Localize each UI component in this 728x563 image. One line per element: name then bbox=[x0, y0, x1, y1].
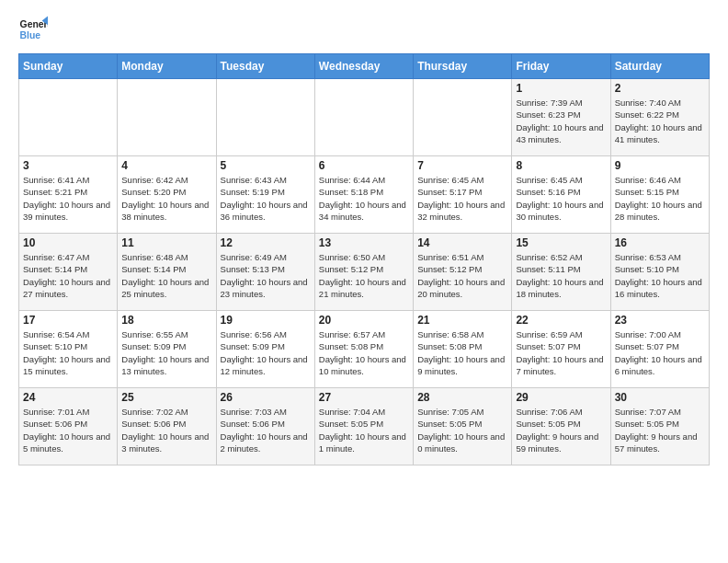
day-info: Sunrise: 6:44 AM Sunset: 5:18 PM Dayligh… bbox=[319, 174, 409, 223]
day-info: Sunrise: 6:50 AM Sunset: 5:12 PM Dayligh… bbox=[319, 251, 409, 300]
calendar-cell: 19Sunrise: 6:56 AM Sunset: 5:09 PM Dayli… bbox=[216, 311, 314, 388]
calendar-cell: 18Sunrise: 6:55 AM Sunset: 5:09 PM Dayli… bbox=[118, 311, 216, 388]
day-info: Sunrise: 6:57 AM Sunset: 5:08 PM Dayligh… bbox=[319, 328, 409, 377]
day-number: 28 bbox=[417, 391, 507, 404]
calendar-cell: 2Sunrise: 7:40 AM Sunset: 6:22 PM Daylig… bbox=[610, 79, 709, 156]
day-info: Sunrise: 6:58 AM Sunset: 5:08 PM Dayligh… bbox=[417, 328, 507, 377]
calendar-cell bbox=[19, 79, 118, 156]
day-number: 24 bbox=[23, 391, 113, 404]
day-number: 9 bbox=[615, 159, 705, 172]
day-info: Sunrise: 6:43 AM Sunset: 5:19 PM Dayligh… bbox=[221, 174, 311, 223]
calendar-cell: 15Sunrise: 6:52 AM Sunset: 5:11 PM Dayli… bbox=[512, 234, 610, 311]
day-info: Sunrise: 6:56 AM Sunset: 5:09 PM Dayligh… bbox=[221, 328, 311, 377]
day-number: 20 bbox=[319, 314, 409, 327]
day-info: Sunrise: 6:55 AM Sunset: 5:09 PM Dayligh… bbox=[121, 328, 211, 377]
calendar-cell: 8Sunrise: 6:45 AM Sunset: 5:16 PM Daylig… bbox=[512, 156, 610, 234]
calendar-cell: 12Sunrise: 6:49 AM Sunset: 5:13 PM Dayli… bbox=[216, 234, 314, 311]
svg-text:Blue: Blue bbox=[20, 30, 41, 40]
weekday-header: Friday bbox=[512, 54, 610, 79]
calendar-cell: 29Sunrise: 7:06 AM Sunset: 5:05 PM Dayli… bbox=[512, 388, 610, 465]
day-number: 11 bbox=[121, 236, 211, 249]
calendar-cell: 11Sunrise: 6:48 AM Sunset: 5:14 PM Dayli… bbox=[118, 234, 216, 311]
day-info: Sunrise: 7:40 AM Sunset: 6:22 PM Dayligh… bbox=[615, 97, 705, 145]
calendar-cell: 4Sunrise: 6:42 AM Sunset: 5:20 PM Daylig… bbox=[118, 156, 216, 234]
weekday-header: Thursday bbox=[414, 54, 512, 79]
day-info: Sunrise: 7:06 AM Sunset: 5:05 PM Dayligh… bbox=[516, 406, 606, 454]
day-number: 30 bbox=[615, 391, 705, 404]
calendar-cell: 17Sunrise: 6:54 AM Sunset: 5:10 PM Dayli… bbox=[19, 311, 118, 388]
day-info: Sunrise: 6:42 AM Sunset: 5:20 PM Dayligh… bbox=[121, 174, 211, 223]
day-info: Sunrise: 7:01 AM Sunset: 5:06 PM Dayligh… bbox=[23, 406, 113, 454]
day-info: Sunrise: 7:03 AM Sunset: 5:06 PM Dayligh… bbox=[221, 406, 311, 454]
calendar-cell: 21Sunrise: 6:58 AM Sunset: 5:08 PM Dayli… bbox=[414, 311, 512, 388]
day-info: Sunrise: 6:53 AM Sunset: 5:10 PM Dayligh… bbox=[615, 251, 705, 300]
day-number: 7 bbox=[417, 159, 507, 172]
day-number: 3 bbox=[23, 159, 113, 172]
calendar-cell: 14Sunrise: 6:51 AM Sunset: 5:12 PM Dayli… bbox=[414, 234, 512, 311]
day-info: Sunrise: 6:59 AM Sunset: 5:07 PM Dayligh… bbox=[516, 328, 606, 377]
day-info: Sunrise: 6:45 AM Sunset: 5:17 PM Dayligh… bbox=[417, 174, 507, 223]
calendar-cell: 27Sunrise: 7:04 AM Sunset: 5:05 PM Dayli… bbox=[314, 388, 413, 465]
day-info: Sunrise: 6:54 AM Sunset: 5:10 PM Dayligh… bbox=[23, 328, 113, 377]
day-number: 5 bbox=[221, 159, 311, 172]
calendar-cell bbox=[314, 79, 413, 156]
day-number: 4 bbox=[121, 159, 211, 172]
calendar-cell: 10Sunrise: 6:47 AM Sunset: 5:14 PM Dayli… bbox=[19, 234, 118, 311]
day-number: 29 bbox=[516, 391, 606, 404]
day-info: Sunrise: 7:02 AM Sunset: 5:06 PM Dayligh… bbox=[121, 406, 211, 454]
day-info: Sunrise: 7:00 AM Sunset: 5:07 PM Dayligh… bbox=[615, 328, 705, 377]
calendar-header: SundayMondayTuesdayWednesdayThursdayFrid… bbox=[19, 54, 710, 79]
day-number: 15 bbox=[516, 236, 606, 249]
day-info: Sunrise: 7:04 AM Sunset: 5:05 PM Dayligh… bbox=[319, 406, 409, 454]
day-number: 14 bbox=[417, 236, 507, 249]
weekday-header: Tuesday bbox=[216, 54, 314, 79]
calendar-cell: 9Sunrise: 6:46 AM Sunset: 5:15 PM Daylig… bbox=[610, 156, 709, 234]
day-info: Sunrise: 7:39 AM Sunset: 6:23 PM Dayligh… bbox=[516, 97, 606, 145]
day-number: 13 bbox=[319, 236, 409, 249]
day-info: Sunrise: 6:41 AM Sunset: 5:21 PM Dayligh… bbox=[23, 174, 113, 223]
day-info: Sunrise: 6:49 AM Sunset: 5:13 PM Dayligh… bbox=[221, 251, 311, 300]
weekday-header: Sunday bbox=[19, 54, 118, 79]
day-number: 21 bbox=[417, 314, 507, 327]
calendar-table: SundayMondayTuesdayWednesdayThursdayFrid… bbox=[18, 53, 710, 465]
day-info: Sunrise: 6:51 AM Sunset: 5:12 PM Dayligh… bbox=[417, 251, 507, 300]
calendar-cell: 22Sunrise: 6:59 AM Sunset: 5:07 PM Dayli… bbox=[512, 311, 610, 388]
day-number: 23 bbox=[615, 314, 705, 327]
day-number: 6 bbox=[319, 159, 409, 172]
day-number: 2 bbox=[615, 82, 705, 95]
day-number: 25 bbox=[121, 391, 211, 404]
calendar-cell: 3Sunrise: 6:41 AM Sunset: 5:21 PM Daylig… bbox=[19, 156, 118, 234]
calendar-cell: 1Sunrise: 7:39 AM Sunset: 6:23 PM Daylig… bbox=[512, 79, 610, 156]
calendar-cell bbox=[414, 79, 512, 156]
weekday-header: Wednesday bbox=[314, 54, 413, 79]
day-number: 10 bbox=[23, 236, 113, 249]
calendar-cell: 23Sunrise: 7:00 AM Sunset: 5:07 PM Dayli… bbox=[610, 311, 709, 388]
day-info: Sunrise: 6:45 AM Sunset: 5:16 PM Dayligh… bbox=[516, 174, 606, 223]
day-number: 17 bbox=[23, 314, 113, 327]
calendar-cell: 16Sunrise: 6:53 AM Sunset: 5:10 PM Dayli… bbox=[610, 234, 709, 311]
day-info: Sunrise: 6:46 AM Sunset: 5:15 PM Dayligh… bbox=[615, 174, 705, 223]
calendar-cell: 6Sunrise: 6:44 AM Sunset: 5:18 PM Daylig… bbox=[314, 156, 413, 234]
calendar-cell: 25Sunrise: 7:02 AM Sunset: 5:06 PM Dayli… bbox=[118, 388, 216, 465]
calendar-cell bbox=[118, 79, 216, 156]
day-info: Sunrise: 6:48 AM Sunset: 5:14 PM Dayligh… bbox=[121, 251, 211, 300]
day-number: 12 bbox=[221, 236, 311, 249]
calendar-cell: 20Sunrise: 6:57 AM Sunset: 5:08 PM Dayli… bbox=[314, 311, 413, 388]
page-header: General Blue bbox=[18, 15, 710, 44]
calendar-cell: 7Sunrise: 6:45 AM Sunset: 5:17 PM Daylig… bbox=[414, 156, 512, 234]
day-number: 16 bbox=[615, 236, 705, 249]
day-number: 18 bbox=[121, 314, 211, 327]
day-info: Sunrise: 7:05 AM Sunset: 5:05 PM Dayligh… bbox=[417, 406, 507, 454]
calendar-cell: 30Sunrise: 7:07 AM Sunset: 5:05 PM Dayli… bbox=[610, 388, 709, 465]
day-number: 1 bbox=[516, 82, 606, 95]
calendar-cell bbox=[216, 79, 314, 156]
logo-icon: General Blue bbox=[18, 15, 48, 44]
day-info: Sunrise: 6:47 AM Sunset: 5:14 PM Dayligh… bbox=[23, 251, 113, 300]
weekday-header: Saturday bbox=[610, 54, 709, 79]
day-info: Sunrise: 7:07 AM Sunset: 5:05 PM Dayligh… bbox=[615, 406, 705, 454]
calendar-cell: 5Sunrise: 6:43 AM Sunset: 5:19 PM Daylig… bbox=[216, 156, 314, 234]
weekday-header: Monday bbox=[118, 54, 216, 79]
day-number: 8 bbox=[516, 159, 606, 172]
day-number: 27 bbox=[319, 391, 409, 404]
day-info: Sunrise: 6:52 AM Sunset: 5:11 PM Dayligh… bbox=[516, 251, 606, 300]
